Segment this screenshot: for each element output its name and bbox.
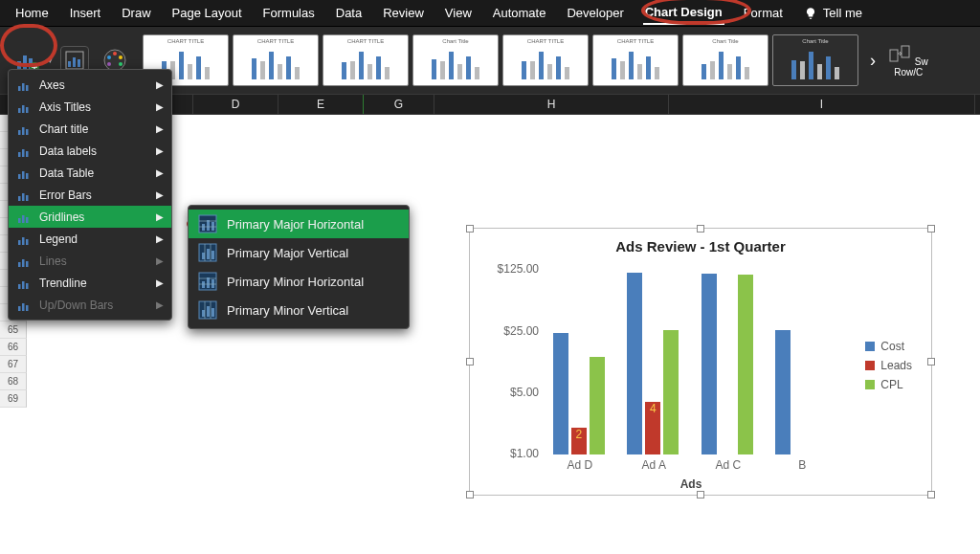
svg-point-13 <box>107 62 111 66</box>
chart-bar[interactable] <box>738 275 753 454</box>
menu-item-gridlines[interactable]: Gridlines▶ <box>9 206 171 228</box>
chart-title[interactable]: Ads Review - 1st Quarter <box>476 238 925 255</box>
legend-swatch-cost <box>865 342 875 351</box>
tab-home[interactable]: Home <box>13 2 51 24</box>
menu-item-error-bars[interactable]: Error Bars▶ <box>9 184 171 206</box>
gridlines-icon <box>198 214 217 233</box>
svg-rect-34 <box>18 218 21 223</box>
menu-item-legend[interactable]: Legend▶ <box>9 228 171 250</box>
row-header[interactable]: 65 <box>0 321 27 339</box>
chart-style-7[interactable]: Chart Title <box>682 34 768 86</box>
menu-item-trendline[interactable]: Trendline▶ <box>9 272 171 294</box>
row-header[interactable]: 68 <box>0 373 27 390</box>
col-h[interactable]: H <box>434 95 669 114</box>
chart-style-8[interactable]: Chart Title <box>772 34 858 86</box>
svg-rect-42 <box>26 261 29 267</box>
svg-rect-16 <box>18 86 21 91</box>
chart-resize-handle[interactable] <box>927 491 935 499</box>
svg-rect-24 <box>26 129 29 135</box>
chart-mini-icon <box>16 188 32 203</box>
svg-rect-63 <box>207 277 210 288</box>
chart-resize-handle[interactable] <box>697 491 704 499</box>
svg-rect-64 <box>212 279 214 288</box>
tab-data[interactable]: Data <box>334 2 364 24</box>
submenu-item-primary-minor-vertical[interactable]: Primary Minor Vertical <box>189 296 409 324</box>
chart-style-2[interactable]: CHART TITLE <box>233 34 319 86</box>
legend-swatch-cpl <box>865 380 875 389</box>
chart-mini-icon <box>16 210 32 225</box>
chart-plot-area[interactable]: Ads $125.00$25.00$5.00$1.00Ad D2Ad A4Ad … <box>543 263 839 454</box>
chart-resize-handle[interactable] <box>466 491 474 499</box>
switch-row-column-button[interactable]: SwRow/C <box>889 44 928 78</box>
styles-more-button[interactable]: › <box>870 51 876 71</box>
chart-object[interactable]: Ads Review - 1st Quarter Ads $125.00$25.… <box>469 228 932 496</box>
tab-draw[interactable]: Draw <box>120 2 152 24</box>
lightbulb-icon <box>804 7 817 20</box>
chart-resize-handle[interactable] <box>466 358 474 366</box>
svg-point-9 <box>113 52 117 55</box>
chart-bar[interactable] <box>663 330 679 454</box>
chart-x-axis-label[interactable]: Ads <box>680 477 702 491</box>
tab-chart-design[interactable]: Chart Design <box>643 1 724 25</box>
submenu-item-primary-minor-horizontal[interactable]: Primary Minor Horizontal <box>189 267 409 296</box>
row-header[interactable]: 66 <box>0 339 27 356</box>
svg-rect-51 <box>207 220 210 231</box>
tab-developer[interactable]: Developer <box>565 2 625 24</box>
tell-me[interactable]: Tell me <box>802 0 866 28</box>
chart-bar[interactable] <box>775 330 791 454</box>
col-e[interactable]: E <box>278 95 364 114</box>
svg-rect-58 <box>212 251 214 259</box>
chart-bar[interactable] <box>590 357 605 454</box>
menu-item-chart-title[interactable]: Chart title▶ <box>9 118 171 140</box>
x-tick-label: Ad D <box>546 458 613 472</box>
chart-bar[interactable] <box>553 333 568 454</box>
svg-rect-39 <box>26 239 29 245</box>
tab-view[interactable]: View <box>443 2 474 24</box>
data-label: 4 <box>645 402 660 415</box>
tab-insert[interactable]: Insert <box>68 2 103 24</box>
svg-rect-19 <box>18 108 21 113</box>
chart-style-5[interactable]: CHART TITLE <box>502 34 589 86</box>
chart-resize-handle[interactable] <box>697 225 704 233</box>
tab-formulas[interactable]: Formulas <box>261 2 317 24</box>
col-i[interactable]: I <box>669 95 975 114</box>
svg-rect-0 <box>17 61 21 69</box>
chart-resize-handle[interactable] <box>927 358 935 366</box>
y-tick-label: $5.00 <box>489 386 539 399</box>
row-header[interactable]: 67 <box>0 356 27 373</box>
menu-item-data-labels[interactable]: Data labels▶ <box>9 140 171 162</box>
chart-styles-gallery[interactable]: CHART TITLE CHART TITLE CHART TITLE Char… <box>143 34 928 86</box>
row-header[interactable]: 69 <box>0 390 27 408</box>
tab-format[interactable]: Format <box>742 2 785 24</box>
menu-item-data-table[interactable]: Data Table▶ <box>9 162 171 184</box>
svg-rect-62 <box>202 281 205 288</box>
menu-item-axis-titles[interactable]: Axis Titles▶ <box>9 96 171 118</box>
col-d[interactable]: D <box>193 95 278 114</box>
tab-review[interactable]: Review <box>381 2 426 24</box>
tab-page-layout[interactable]: Page Layout <box>170 2 244 24</box>
chart-resize-handle[interactable] <box>927 225 935 233</box>
svg-rect-56 <box>202 253 205 259</box>
svg-rect-22 <box>18 130 21 135</box>
svg-rect-52 <box>212 222 214 231</box>
chart-style-6[interactable]: CHART TITLE <box>592 34 679 86</box>
chart-style-4[interactable]: Chart Title <box>412 34 499 86</box>
svg-rect-36 <box>26 217 29 223</box>
col-g[interactable]: G <box>364 95 434 114</box>
svg-rect-48 <box>26 305 29 311</box>
svg-point-10 <box>119 55 122 59</box>
chart-resize-handle[interactable] <box>466 225 474 233</box>
gridlines-icon <box>198 272 217 291</box>
chart-bar[interactable] <box>627 273 642 454</box>
chart-style-3[interactable]: CHART TITLE <box>323 34 409 86</box>
submenu-item-primary-major-horizontal[interactable]: Primary Major Horizontal <box>189 210 409 238</box>
menu-item-axes[interactable]: Axes▶ <box>9 74 171 96</box>
submenu-item-primary-major-vertical[interactable]: Primary Major Vertical <box>189 238 409 267</box>
chart-bar[interactable] <box>702 274 717 454</box>
chart-mini-icon <box>16 254 32 269</box>
chart-legend[interactable]: Cost Leads CPL <box>865 340 912 397</box>
svg-rect-21 <box>26 107 29 113</box>
svg-rect-17 <box>22 83 25 91</box>
tab-automate[interactable]: Automate <box>491 2 548 24</box>
svg-rect-27 <box>26 151 29 157</box>
